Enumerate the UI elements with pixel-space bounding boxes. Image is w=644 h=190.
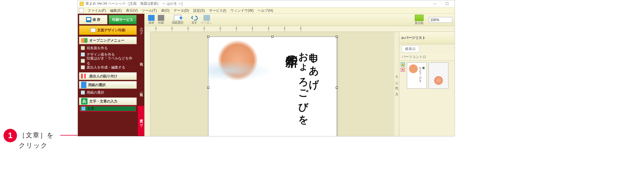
printer-icon <box>90 28 96 32</box>
paper-small-icon <box>81 90 85 95</box>
thumb-controls: 🔒 ● <box>400 62 405 72</box>
menu-service[interactable]: サービス(I) <box>207 8 228 13</box>
print-service-button[interactable]: 印刷サービス <box>109 15 137 24</box>
section-opening-menu[interactable]: オープニングメニュー <box>79 37 137 44</box>
resize-handle[interactable] <box>207 36 209 38</box>
resize-handle[interactable] <box>271 36 273 38</box>
save-button[interactable]: 保 存 <box>79 15 107 24</box>
toolbar-redo-button: やり直し <box>200 14 214 25</box>
app-icon <box>80 2 84 6</box>
opening-menu-icon <box>81 38 88 43</box>
sticky-icon <box>415 15 424 21</box>
thumbnail-1[interactable]: 新年のおよろこびを <box>407 62 427 89</box>
menu-file[interactable]: ファイル(F) <box>85 8 108 13</box>
parts-control-label: パーツコントロ <box>399 54 455 61</box>
minimize-button[interactable]: ─ <box>429 1 441 6</box>
record-icon[interactable]: ● <box>401 68 405 72</box>
sender-paste-icon <box>81 74 88 78</box>
toolbar-undo-button[interactable]: 戻す <box>190 14 199 25</box>
menu-tool[interactable]: ツール(T) <box>140 8 159 13</box>
menubar: ファイル(F) 編集(E) 表示(V) ツール(T) 表(O) データ(D) 設… <box>78 7 455 14</box>
sentence-icon <box>81 107 85 111</box>
ruler-horizontal <box>150 26 455 32</box>
vtab-design[interactable]: 文面デザ <box>138 106 144 136</box>
undo-icon <box>191 15 198 21</box>
callout-connector <box>60 135 80 136</box>
vtab-list[interactable]: 一覧表 <box>138 75 144 106</box>
menu-help[interactable]: ヘルプ(H) <box>256 8 275 13</box>
center-area: 保存 印刷 用紙選択 戻す やり直し 差出貼 <box>144 14 455 136</box>
paper-icon <box>81 82 86 88</box>
resize-handle[interactable] <box>336 87 338 89</box>
opening-item-reply-label[interactable]: 往復はがき・ラベルなどを作る <box>79 58 137 64</box>
brush-text: 申しあげ おょろごびを 新年の <box>285 45 319 136</box>
cloud-graphic <box>208 60 273 81</box>
print-icon <box>158 15 164 21</box>
doc-icon <box>81 46 85 50</box>
thumb-flower-icon <box>434 76 443 85</box>
redo-icon <box>203 15 210 21</box>
text-item-sentence[interactable]: 文章 <box>80 106 136 112</box>
section-paper-select[interactable]: 用紙の選択 <box>79 81 137 89</box>
opening-item-addressee[interactable]: 宛名面を作る <box>79 45 137 51</box>
right-panel: ≫パーツリスト 横表示 パーツコントロ 🔒 ● 新年のおよろこびを <box>399 32 455 136</box>
lock-icon[interactable]: 🔒 <box>401 62 405 66</box>
thumb-text: 新年のおよろこびを <box>418 65 425 81</box>
menu-data[interactable]: データ(D) <box>172 8 191 13</box>
canvas[interactable]: 申しあげ おょろごびを 新年の <box>150 32 394 136</box>
save-disk-icon <box>148 15 155 21</box>
titlebar: 筆まめ Ver.34 ベーシック - [文面 無題1(更新) ＜ はがき ＞] … <box>78 0 455 7</box>
zoom-input[interactable]: 100% <box>429 17 452 23</box>
toolbar-save-button[interactable]: 保存 <box>147 14 156 25</box>
menu-view[interactable]: 表示(V) <box>124 8 140 13</box>
menu-table[interactable]: 表(O) <box>159 8 172 13</box>
section-text-input[interactable]: あ 文字・文章の入力 <box>79 97 137 105</box>
vtab-card[interactable]: カード <box>138 14 144 44</box>
paper-select-icon <box>174 15 181 21</box>
favorites-label[interactable]: ≪お気に入り <box>394 32 399 136</box>
menu-edit[interactable]: 編集(E) <box>108 8 124 13</box>
maximize-button[interactable]: ☐ <box>441 1 453 6</box>
design-print-button[interactable]: 文面デザイン印刷 <box>79 25 137 35</box>
save-icon <box>86 17 91 22</box>
toolbar-sticky-button[interactable]: 差出貼 <box>415 15 424 25</box>
text-input-icon: あ <box>81 98 88 105</box>
thumbnail-2[interactable] <box>429 62 448 89</box>
callout-text: ［文章］を クリック <box>19 130 54 150</box>
paper-item-select[interactable]: 用紙の選択 <box>79 89 137 96</box>
section-sender-paste[interactable]: 差出人の貼り付け <box>79 72 137 80</box>
toolbar-print-button[interactable]: 印刷 <box>157 14 165 25</box>
menu-window[interactable]: ウィンドウ(W) <box>228 8 256 13</box>
window-title: 筆まめ Ver.34 ベーシック - [文面 無題1(更新) ＜ はがき ＞] <box>85 1 428 6</box>
app-window: 筆まめ Ver.34 ベーシック - [文面 無題1(更新) ＜ はがき ＞] … <box>78 0 455 136</box>
resize-handle[interactable] <box>207 87 209 89</box>
parts-list-title: ≫パーツリスト <box>401 35 426 40</box>
postcard-icon <box>81 59 85 63</box>
ruler-vertical <box>145 32 150 136</box>
vtab-address[interactable]: 宛名 <box>138 44 144 75</box>
vertical-tab-strip: カード 宛名 一覧表 文面デザ <box>138 14 144 136</box>
parts-list-subtab[interactable]: 横表示 <box>402 45 419 52</box>
menubar-icon <box>79 8 84 13</box>
image-icon <box>81 52 85 57</box>
toolbar: 保存 印刷 用紙選択 戻す やり直し 差出貼 <box>145 14 455 26</box>
toolbar-paper-button[interactable]: 用紙選択 <box>171 14 185 25</box>
person-icon <box>81 65 85 69</box>
left-panel: 保 存 印刷サービス 文面デザイン印刷 オープニングメニュー 宛名面を作る デザ… <box>78 14 138 136</box>
resize-handle[interactable] <box>336 36 338 38</box>
menu-settings[interactable]: 設定(S) <box>191 8 207 13</box>
page-object[interactable]: 申しあげ おょろごびを 新年の <box>208 37 337 136</box>
thumb-sun-icon <box>409 64 418 73</box>
callout-badge: 1 <box>4 129 17 142</box>
